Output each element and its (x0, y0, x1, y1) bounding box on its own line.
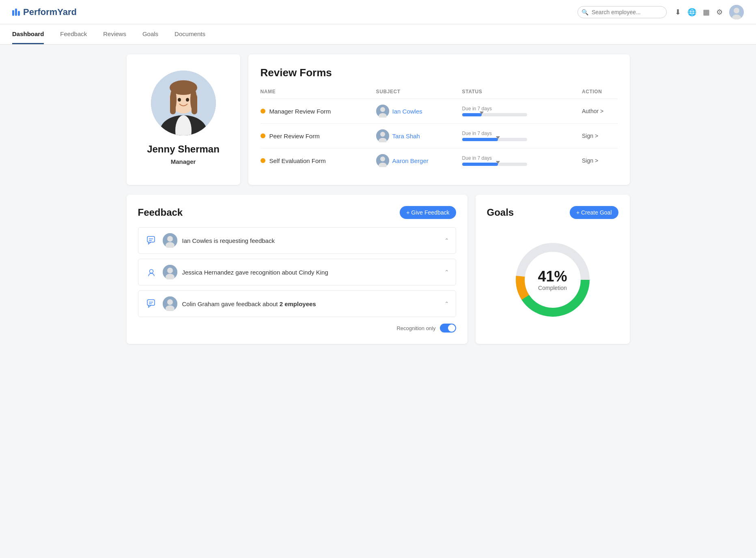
main-nav: Dashboard Feedback Reviews Goals Documen… (0, 24, 756, 45)
goals-title: Goals (487, 207, 514, 218)
recognition-toggle[interactable] (440, 324, 456, 333)
subject-cell: Aaron Berger (376, 154, 462, 167)
subject-name[interactable]: Tara Shah (392, 133, 420, 140)
svg-point-15 (380, 107, 385, 112)
svg-point-21 (380, 157, 385, 161)
review-forms-title: Review Forms (261, 67, 618, 79)
progress-bar (462, 113, 527, 116)
toggle-knob (448, 324, 455, 332)
goals-header: Goals + Create Goal (487, 206, 618, 219)
logo-bar-1 (12, 10, 14, 16)
completion-label: Completion (538, 285, 567, 291)
svg-point-1 (734, 8, 739, 13)
chat-icon (145, 299, 158, 308)
subject-name[interactable]: Aaron Berger (392, 157, 429, 164)
status-cell: Due in 7 days (462, 106, 582, 116)
form-name-text: Peer Review Form (269, 133, 320, 140)
subject-cell: Tara Shah (376, 129, 462, 142)
main-content: Jenny Sherman Manager Review Forms NAME … (114, 45, 642, 354)
nav-reviews[interactable]: Reviews (103, 25, 126, 44)
feedback-item[interactable]: Ian Cowles is requesting feedback ⌃ (138, 227, 456, 254)
header-icons: ⬇ 🌐 ▦ ⚙ (675, 5, 744, 19)
top-row: Jenny Sherman Manager Review Forms NAME … (127, 54, 630, 185)
progress-indicator (496, 161, 500, 164)
subject-avatar (376, 129, 389, 142)
feedback-list: Ian Cowles is requesting feedback ⌃ Jess… (138, 227, 456, 317)
svg-point-29 (149, 270, 153, 273)
feedback-title: Feedback (138, 207, 183, 218)
donut-center: 41% Completion (538, 268, 567, 291)
review-card: Review Forms NAME SUBJECT STATUS ACTION … (248, 54, 630, 185)
review-row: Manager Review Form Ian Cowles Due in 7 … (261, 99, 618, 124)
feedback-avatar (163, 233, 177, 248)
completion-percent: 41% (538, 268, 567, 285)
svg-rect-33 (147, 300, 155, 305)
profile-role: Manager (171, 158, 196, 165)
nav-feedback[interactable]: Feedback (60, 25, 87, 44)
feedback-item[interactable]: Colin Graham gave feedback about 2 emplo… (138, 290, 456, 317)
action-link[interactable]: Sign > (582, 133, 598, 139)
donut-wrap: 41% Completion (487, 227, 618, 333)
feedback-item[interactable]: Jessica Hernandez gave recognition about… (138, 259, 456, 285)
due-text: Due in 7 days (462, 155, 582, 161)
profile-avatar (151, 71, 216, 135)
chevron-down-icon: ⌃ (444, 269, 449, 275)
review-table: NAME SUBJECT STATUS ACTION Manager Revie… (261, 89, 618, 173)
action-link[interactable]: Sign > (582, 157, 598, 164)
feedback-card: Feedback + Give Feedback Ian Cowles is r… (127, 195, 467, 344)
app-name: PerformYard (23, 7, 77, 17)
progress-fill (462, 163, 498, 166)
svg-rect-10 (170, 94, 176, 114)
svg-point-13 (186, 98, 189, 102)
search-icon: 🔍 (582, 9, 588, 15)
chevron-down-icon: ⌃ (444, 300, 449, 307)
form-name: Manager Review Form (261, 108, 376, 115)
svg-point-31 (167, 268, 173, 273)
action-link[interactable]: Author > (582, 108, 603, 114)
col-name: NAME (261, 89, 376, 99)
chevron-down-icon: ⌃ (444, 237, 449, 244)
status-dot (261, 158, 265, 163)
bottom-row: Feedback + Give Feedback Ian Cowles is r… (127, 195, 630, 344)
download-icon[interactable]: ⬇ (675, 8, 681, 17)
profile-card: Jenny Sherman Manager (127, 54, 240, 185)
subject-name[interactable]: Ian Cowles (392, 108, 422, 115)
profile-name: Jenny Sherman (147, 144, 220, 155)
logo-bar-3 (18, 11, 20, 16)
grid-icon[interactable]: ▦ (703, 8, 710, 17)
subject-cell: Ian Cowles (376, 105, 462, 118)
status-dot (261, 133, 265, 138)
nav-dashboard[interactable]: Dashboard (12, 25, 44, 44)
col-subject: SUBJECT (376, 89, 462, 99)
due-text: Due in 7 days (462, 131, 582, 136)
give-feedback-button[interactable]: + Give Feedback (400, 206, 456, 219)
recognition-toggle-row: Recognition only (138, 324, 456, 333)
chat-icon (145, 236, 158, 245)
create-goal-button[interactable]: + Create Goal (570, 206, 618, 219)
form-name-text: Self Evaluation Form (269, 157, 326, 164)
recognition-toggle-label: Recognition only (396, 325, 435, 331)
progress-fill (462, 113, 482, 116)
search-wrapper: 🔍 (577, 6, 667, 18)
nav-documents[interactable]: Documents (174, 25, 205, 44)
review-row: Self Evaluation Form Aaron Berger Due in… (261, 148, 618, 173)
donut-container: 41% Completion (512, 239, 593, 320)
app-logo[interactable]: PerformYard (12, 7, 77, 17)
settings-icon[interactable]: ⚙ (716, 8, 723, 17)
recognition-icon (145, 268, 158, 277)
status-cell: Due in 7 days (462, 131, 582, 141)
progress-indicator (480, 112, 484, 114)
progress-indicator (496, 136, 500, 139)
svg-point-18 (380, 132, 385, 137)
svg-point-37 (167, 299, 173, 305)
search-input[interactable] (577, 6, 667, 18)
svg-rect-11 (192, 94, 197, 114)
feedback-header: Feedback + Give Feedback (138, 206, 456, 219)
user-avatar[interactable] (729, 5, 744, 19)
feedback-avatar (163, 296, 177, 311)
svg-point-27 (167, 236, 173, 242)
nav-goals[interactable]: Goals (142, 25, 158, 44)
header: PerformYard 🔍 ⬇ 🌐 ▦ ⚙ (0, 0, 756, 24)
svg-rect-23 (147, 236, 155, 242)
globe-icon[interactable]: 🌐 (687, 8, 696, 17)
